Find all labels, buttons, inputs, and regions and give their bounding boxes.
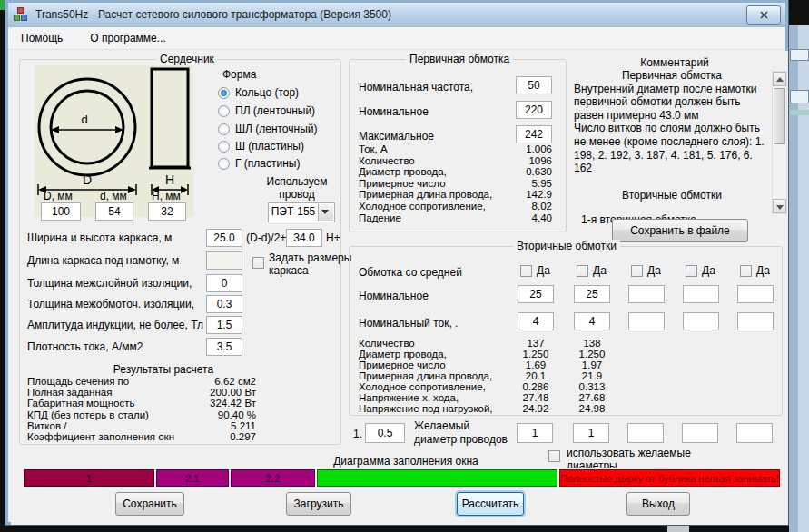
window-title: Trans50Hz - Расчет сетевого силового тра… bbox=[35, 8, 391, 21]
desired-index-input[interactable]: 0.5 bbox=[365, 423, 405, 443]
result-value: 8.02 bbox=[532, 201, 552, 212]
radio-label: Кольцо (тор) bbox=[235, 86, 299, 99]
comment-title: Комментарий bbox=[574, 56, 775, 69]
result-label: Количество bbox=[359, 155, 415, 167]
set-frame-size-checkbox[interactable] bbox=[252, 257, 264, 269]
middle-tap-checkbox-1[interactable]: Да bbox=[520, 264, 550, 277]
dim-D-input[interactable]: 100 bbox=[41, 202, 81, 221]
radio-icon bbox=[218, 87, 230, 99]
param-label: Плотность тока, А/мм2 bbox=[27, 340, 143, 353]
save-to-file-button[interactable]: Сохранить в файле bbox=[612, 219, 748, 242]
desired-diameter-input[interactable] bbox=[627, 423, 664, 443]
result-label: Площадь сечения по bbox=[27, 376, 129, 387]
param-input[interactable]: 1.5 bbox=[206, 316, 242, 334]
secondary-current-input[interactable]: 4 bbox=[574, 312, 610, 330]
param-label: Толщина межслойной изоляции, bbox=[27, 277, 192, 290]
core-results-list: Площадь сечения по6.62 см2 Полная заданн… bbox=[27, 376, 256, 442]
close-icon bbox=[760, 11, 768, 19]
secondary-current-input[interactable]: 4 bbox=[518, 312, 554, 330]
checkbox-icon bbox=[740, 265, 752, 277]
segment-label: 2.1 bbox=[185, 473, 199, 484]
result-label: Диаметр провода, bbox=[359, 349, 447, 360]
scroll-up-button[interactable] bbox=[773, 72, 786, 86]
middle-tap-checkbox-5[interactable]: Да bbox=[740, 264, 770, 277]
result-value: 200.00 Вт bbox=[210, 387, 256, 398]
radio-shape-g[interactable]: Г (пластины) bbox=[218, 157, 300, 170]
result-row: Габаритная мощность324.42 Вт bbox=[27, 398, 256, 409]
close-button[interactable] bbox=[746, 5, 781, 25]
desired-diameter-input[interactable] bbox=[682, 423, 718, 443]
result-value: 1.006 bbox=[526, 143, 552, 155]
radio-shape-shl[interactable]: ШЛ (ленточный) bbox=[218, 123, 317, 135]
middle-tap-checkbox-2[interactable]: Да bbox=[577, 264, 607, 277]
dim-label-H: H, мм bbox=[152, 190, 181, 202]
save-button[interactable]: Сохранить bbox=[115, 492, 184, 516]
middle-tap-checkbox-4[interactable]: Да bbox=[686, 264, 715, 277]
primary-input-label: Номинальное bbox=[359, 105, 429, 118]
save-to-file-label: Сохранить в файле bbox=[630, 224, 730, 237]
frame-length-input[interactable] bbox=[206, 251, 242, 270]
radio-shape-pl[interactable]: ПЛ (ленточный) bbox=[218, 104, 315, 117]
frame-height-input[interactable]: 34.0 bbox=[286, 229, 322, 247]
secondary-current-input[interactable] bbox=[737, 312, 774, 330]
result-value: 90.40 % bbox=[218, 409, 256, 420]
desired-diameter-input[interactable] bbox=[736, 423, 773, 443]
param-input[interactable]: 0.3 bbox=[206, 295, 242, 313]
result-label: Холодное сопротивление, bbox=[359, 201, 486, 212]
checkbox-label: Да bbox=[702, 264, 715, 277]
wire-select[interactable]: ПЭТ-155 bbox=[268, 202, 335, 222]
radio-shape-ring[interactable]: Кольцо (тор) bbox=[218, 86, 299, 99]
shape-group-title: Форма bbox=[222, 68, 256, 81]
checkbox-icon bbox=[577, 265, 588, 277]
dim-label-d: d, мм bbox=[100, 190, 127, 202]
result-label: Напряжение х. хода, bbox=[359, 392, 459, 403]
primary-frequency-input[interactable]: 50 bbox=[516, 76, 552, 94]
load-button[interactable]: Загрузить bbox=[286, 492, 351, 516]
secondary-current-input[interactable] bbox=[683, 312, 719, 330]
core-group: Сердечник d D H bbox=[19, 59, 341, 445]
radio-shape-sh[interactable]: Ш (пластины) bbox=[218, 140, 304, 153]
secondary-nominal-input[interactable] bbox=[628, 285, 665, 303]
secondary-nominal-input[interactable] bbox=[683, 285, 719, 303]
comment-scrollbar[interactable] bbox=[772, 71, 787, 214]
frame-width-input[interactable]: 25.0 bbox=[206, 229, 242, 247]
checkbox-label: Да bbox=[756, 264, 770, 277]
dim-d-input[interactable]: 54 bbox=[95, 202, 133, 221]
primary-maximum-input[interactable]: 242 bbox=[516, 125, 552, 143]
fill-bar-segment-warning: Полностью дырку от бублика нельзя занима… bbox=[559, 469, 780, 487]
middle-tap-checkbox-3[interactable]: Да bbox=[631, 264, 661, 277]
calculate-button[interactable]: Рассчитать bbox=[457, 492, 524, 516]
result-label: Напряжение под нагрузкой, bbox=[359, 403, 493, 414]
background-fragment bbox=[790, 90, 809, 103]
secondary-nominal-input[interactable] bbox=[737, 285, 774, 303]
dim-H-input[interactable]: 32 bbox=[148, 202, 186, 221]
fill-diagram-title: Диаграмма заполнения окна bbox=[215, 455, 597, 468]
exit-button[interactable]: Выход bbox=[626, 492, 690, 516]
primary-nominal-input[interactable]: 220 bbox=[516, 101, 552, 119]
param-input[interactable]: 0 bbox=[206, 274, 242, 292]
wire-select-dropdown-button[interactable] bbox=[318, 204, 333, 221]
frame-size-label: Ширина и высота каркаса, м bbox=[27, 232, 172, 244]
secondary-nominal-input[interactable]: 25 bbox=[518, 285, 554, 303]
checkbox-icon bbox=[631, 265, 643, 277]
checkbox-label: Да bbox=[647, 264, 661, 277]
desired-diameter-input[interactable]: 1 bbox=[573, 423, 609, 443]
diagram-H-label: H bbox=[165, 172, 174, 187]
title-bar[interactable]: Trans50Hz - Расчет сетевого силового тра… bbox=[8, 3, 785, 27]
primary-group: Первичная обмотка Номинальная частота, 5… bbox=[349, 59, 567, 232]
radio-label: Ш (пластины) bbox=[235, 140, 304, 153]
result-label: Ток, А bbox=[359, 143, 388, 155]
wire-label-line2: провод bbox=[247, 188, 347, 201]
wire-select-value: ПЭТ-155 bbox=[269, 205, 318, 218]
scroll-thumb[interactable] bbox=[774, 88, 785, 144]
result-label: Витков / bbox=[27, 420, 66, 431]
desired-diameter-input[interactable]: 1 bbox=[517, 423, 553, 443]
radio-icon bbox=[218, 141, 230, 153]
dim-label-D: D, мм bbox=[44, 190, 73, 202]
secondary-nominal-input[interactable]: 25 bbox=[574, 285, 610, 303]
menu-help[interactable]: Помощь bbox=[21, 32, 63, 44]
param-input[interactable]: 3.5 bbox=[206, 338, 242, 356]
scroll-down-button[interactable] bbox=[773, 199, 786, 213]
secondary-current-input[interactable] bbox=[628, 312, 665, 330]
menu-about[interactable]: О программе... bbox=[90, 32, 165, 44]
